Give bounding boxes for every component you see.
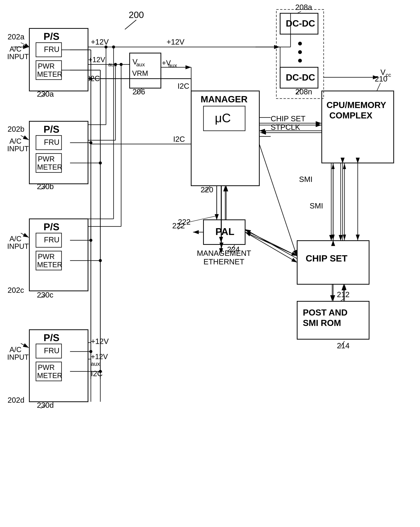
ref-230a: 230a: [37, 90, 54, 98]
ref-208n: 208n: [295, 88, 312, 96]
schematic-svg: 200 P/S FRU PWR METER 230a 202a A/C INPU…: [0, 0, 420, 527]
pwr-meter-c-label2: METER: [37, 261, 62, 269]
chipset-stpclk-label1: CHIP SET: [271, 114, 305, 123]
post-label1: POST AND: [303, 307, 347, 318]
i2c-manager-label: I2C: [173, 135, 185, 143]
mgmt-eth-label1: MANAGEMENT: [197, 249, 251, 257]
ac-input-b-label1: A/C: [10, 137, 21, 145]
ps-d-label: P/S: [43, 332, 59, 343]
ac-input-c-label1: A/C: [10, 235, 21, 243]
manager-label: MANAGER: [201, 94, 248, 104]
ac-input-b-label2: INPUT: [7, 145, 29, 153]
pwr-meter-d-label1: PWR: [38, 363, 55, 372]
ac-input-d-label2: INPUT: [7, 353, 29, 361]
chipset-stpclk-label2: STPCLK: [271, 123, 300, 131]
dcdc-a-label: DC-DC: [286, 18, 315, 28]
ps-d-12vaux-sub: aux: [91, 361, 100, 367]
ac-input-c-label2: INPUT: [7, 242, 29, 250]
junction-12vaux-b: [114, 63, 117, 66]
ac-input-d-label1: A/C: [10, 346, 21, 354]
post-label2: SMI ROM: [303, 318, 341, 328]
vrm-aux-sub: aux: [136, 62, 145, 67]
vrm-label: VRM: [132, 69, 148, 77]
ref-210: 210: [375, 75, 388, 83]
pwr-meter-b-label1: PWR: [38, 155, 55, 163]
junction-12v-c: [112, 45, 115, 48]
ps-c-label: P/S: [43, 221, 59, 232]
label-vaux-sub: aux: [168, 63, 177, 68]
diagram-container: 200 P/S FRU PWR METER 230a 202a A/C INPU…: [0, 0, 420, 527]
smi-label: SMI: [299, 175, 313, 183]
ref-222-pos: 222: [178, 218, 191, 226]
chipset-label1: CHIP SET: [306, 253, 347, 264]
ref-200: 200: [129, 10, 144, 20]
fru-b-label: FRU: [44, 138, 59, 146]
fru-a-label: FRU: [44, 45, 59, 54]
ps-d-12vaux-label: +12V: [91, 353, 108, 361]
ps-d-12v-label: +12V: [91, 337, 109, 345]
label-12v-left: +12V: [91, 38, 109, 46]
junction-12v-b: [105, 45, 107, 48]
label-12v-right: +12V: [167, 38, 185, 46]
pwr-meter-d-label2: METER: [37, 372, 62, 380]
ref-202c: 202c: [8, 286, 24, 294]
ref-212: 212: [337, 290, 350, 299]
ps-a-label: P/S: [43, 31, 59, 42]
mgmt-eth-label2: ETHERNET: [203, 258, 244, 266]
dots-2: [298, 50, 302, 54]
junction-12vaux-c: [120, 63, 123, 66]
dots-1: [298, 42, 302, 45]
cpu-label2: COMPLEX: [329, 110, 372, 120]
pwr-meter-c-label1: PWR: [38, 253, 55, 261]
ref-220: 220: [201, 186, 213, 194]
pal-label: PAL: [215, 226, 234, 237]
ref-202a: 202a: [8, 33, 25, 41]
uc-label: μC: [215, 111, 231, 125]
cpu-label1: CPU/MEMORY: [326, 100, 386, 110]
ref-208a: 208a: [295, 3, 312, 11]
dots-3: [298, 59, 302, 63]
fru-c-label: FRU: [44, 236, 59, 244]
pwr-meter-a-label2: METER: [37, 70, 62, 78]
fru-d-label: FRU: [44, 346, 59, 355]
ac-input-a-label1: A/C: [10, 45, 21, 53]
ref-202d: 202d: [8, 396, 24, 404]
smi-label-pos: SMI: [310, 202, 323, 210]
dcdc-n-label: DC-DC: [286, 72, 315, 82]
pwr-meter-a-label1: PWR: [38, 62, 55, 70]
label-i2c-manager: I2C: [178, 82, 189, 90]
ac-input-a-label2: INPUT: [7, 53, 29, 61]
pwr-meter-b-label2: METER: [37, 163, 62, 171]
ps-b-label: P/S: [43, 124, 59, 135]
ref-202b: 202b: [8, 125, 24, 133]
